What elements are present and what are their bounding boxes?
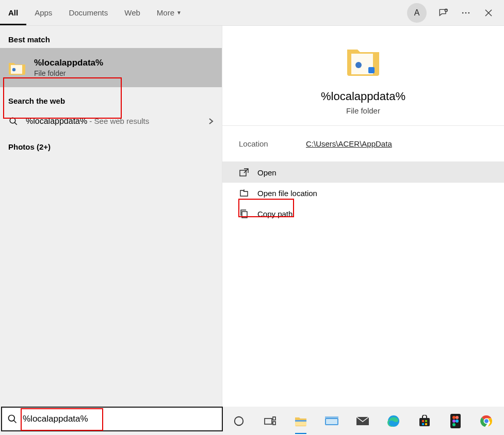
svg-point-30	[452, 420, 456, 423]
avatar-initial: A	[414, 8, 420, 18]
close-button[interactable]	[477, 2, 500, 24]
svg-point-28	[452, 416, 456, 419]
best-match-result[interactable]: %localappdata% File folder	[0, 48, 222, 87]
svg-rect-25	[422, 423, 424, 425]
footer	[0, 407, 504, 435]
svg-point-11	[9, 415, 15, 422]
tab-all[interactable]: All	[0, 0, 26, 25]
preview-pane: %localappdata% File folder Location C:\U…	[222, 26, 504, 407]
action-label: Open file location	[257, 189, 317, 198]
tab-more[interactable]: More ▼	[149, 0, 190, 25]
microsoft-store-icon[interactable]	[415, 411, 434, 431]
svg-point-2	[465, 12, 467, 13]
folder-icon	[7, 58, 27, 77]
svg-rect-13	[265, 418, 272, 424]
svg-rect-20	[325, 416, 338, 418]
tab-label: Documents	[69, 8, 108, 17]
svg-point-32	[452, 423, 456, 426]
preview-title: %localappdata%	[321, 90, 405, 103]
tab-apps[interactable]: Apps	[26, 0, 60, 25]
best-match-subtitle: File folder	[34, 69, 103, 77]
photos-heading[interactable]: Photos (2+)	[0, 133, 222, 155]
chrome-icon[interactable]	[477, 411, 496, 431]
taskview-icon[interactable]	[260, 411, 280, 431]
search-icon	[8, 117, 19, 126]
folder-open-icon	[239, 189, 249, 197]
svg-point-31	[456, 420, 459, 423]
action-copy-path[interactable]: Copy path	[222, 203, 504, 224]
mail-icon[interactable]	[353, 411, 372, 431]
onscreen-keyboard-icon[interactable]	[322, 411, 342, 431]
svg-rect-15	[273, 422, 275, 425]
svg-rect-19	[326, 419, 337, 424]
web-result-row[interactable]: %localappdata% - See web results	[0, 109, 222, 133]
svg-rect-9	[240, 170, 246, 176]
taskbar	[223, 407, 504, 435]
search-input[interactable]	[23, 414, 217, 424]
edge-icon[interactable]	[384, 411, 403, 431]
preview-actions: Open Open file location Copy path	[222, 162, 504, 224]
action-label: Copy path	[257, 210, 292, 218]
search-header: All Apps Documents Web More ▼ A	[0, 0, 504, 26]
action-open[interactable]: Open	[222, 162, 504, 183]
svg-point-5	[10, 118, 15, 123]
results-column: Best match %localappdata% File folder Se…	[0, 26, 222, 407]
chevron-down-icon: ▼	[176, 10, 182, 15]
best-match-title: %localappdata%	[34, 58, 103, 68]
ellipsis-icon	[461, 8, 471, 18]
svg-rect-8	[368, 67, 375, 73]
web-result-term: %localappdata%	[26, 117, 87, 125]
svg-rect-24	[425, 420, 427, 422]
avatar[interactable]: A	[407, 3, 427, 23]
web-result-suffix: - See web results	[87, 117, 149, 125]
location-label: Location	[239, 139, 306, 148]
best-match-text: %localappdata% File folder	[34, 58, 103, 77]
tab-label: Apps	[35, 8, 52, 17]
svg-point-1	[462, 12, 464, 13]
tab-label: More	[157, 8, 174, 17]
location-row: Location C:\Users\ACER\AppData	[222, 126, 504, 162]
svg-rect-26	[425, 423, 427, 425]
tab-web[interactable]: Web	[116, 0, 149, 25]
figma-icon[interactable]	[446, 411, 465, 431]
svg-rect-7	[357, 63, 360, 67]
svg-point-3	[468, 12, 470, 13]
more-options-button[interactable]	[454, 2, 477, 24]
file-explorer-icon[interactable]	[291, 411, 311, 431]
chevron-right-icon	[208, 118, 214, 125]
filter-tabs: All Apps Documents Web More ▼	[0, 0, 190, 25]
cortana-icon[interactable]	[229, 411, 249, 431]
copy-icon	[239, 209, 249, 218]
close-icon	[484, 9, 493, 17]
feedback-button[interactable]	[432, 2, 454, 24]
svg-point-12	[235, 416, 243, 425]
svg-rect-17	[295, 420, 306, 422]
preview-subtitle: File folder	[346, 106, 380, 115]
best-match-heading: Best match	[0, 26, 222, 48]
search-web-heading: Search the web	[0, 87, 222, 109]
svg-rect-14	[273, 417, 275, 420]
tab-label: All	[8, 8, 18, 17]
svg-rect-23	[422, 420, 424, 422]
feedback-icon	[438, 8, 448, 18]
search-icon	[7, 414, 18, 424]
svg-point-29	[456, 416, 459, 419]
action-label: Open	[257, 168, 277, 177]
tab-label: Web	[124, 8, 140, 17]
svg-rect-10	[242, 212, 247, 218]
svg-rect-22	[419, 418, 430, 426]
action-open-file-location[interactable]: Open file location	[222, 183, 504, 203]
open-icon	[239, 168, 249, 176]
search-box[interactable]	[1, 407, 223, 431]
tab-documents[interactable]: Documents	[60, 0, 116, 25]
location-value[interactable]: C:\Users\ACER\AppData	[306, 139, 392, 148]
folder-icon-large	[345, 44, 381, 80]
